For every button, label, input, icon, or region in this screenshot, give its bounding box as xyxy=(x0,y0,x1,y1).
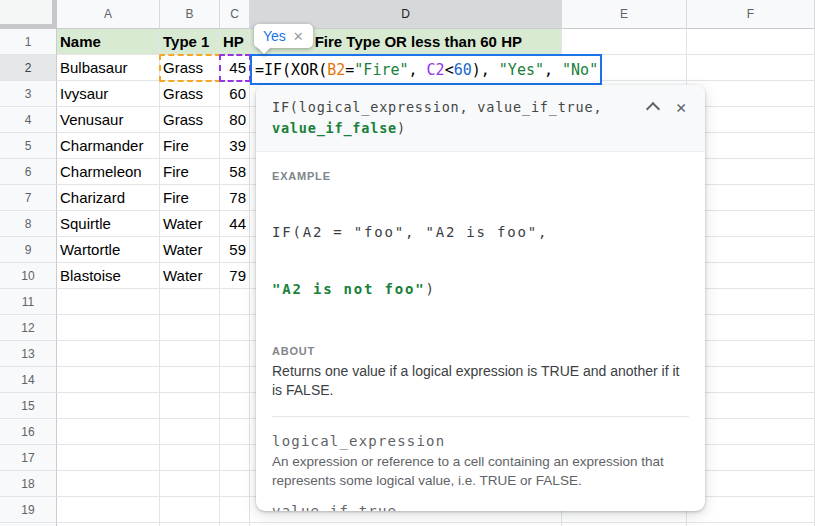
row-header-6[interactable]: 6 xyxy=(0,159,57,185)
row-header-9[interactable]: 9 xyxy=(0,237,57,263)
cell-B5[interactable]: Fire xyxy=(160,133,220,159)
cell-A19[interactable] xyxy=(57,497,160,523)
cell-F15[interactable] xyxy=(687,393,815,419)
row-header-1[interactable]: 1 xyxy=(0,29,57,55)
row-header-3[interactable]: 3 xyxy=(0,81,57,107)
cell-E1[interactable] xyxy=(562,29,687,55)
cell-A4[interactable]: Venusaur xyxy=(57,107,160,133)
row-header-8[interactable]: 8 xyxy=(0,211,57,237)
cell-A8[interactable]: Squirtle xyxy=(57,211,160,237)
cell-B9[interactable]: Water xyxy=(160,237,220,263)
cell-F12[interactable] xyxy=(687,315,815,341)
row-header-13[interactable]: 13 xyxy=(0,341,57,367)
cell-B14[interactable] xyxy=(160,367,220,393)
cell-F19[interactable] xyxy=(687,497,815,523)
cell-F5[interactable] xyxy=(687,133,815,159)
row-header-15[interactable]: 15 xyxy=(0,393,57,419)
cell-C19[interactable] xyxy=(220,497,250,523)
row-header-7[interactable]: 7 xyxy=(0,185,57,211)
cell-B7[interactable]: Fire xyxy=(160,185,220,211)
cell-A1[interactable]: Name xyxy=(57,29,160,55)
cell-F7[interactable] xyxy=(687,185,815,211)
cell-B19[interactable] xyxy=(160,497,220,523)
cell-C9[interactable]: 59 xyxy=(220,237,250,263)
cell-F11[interactable] xyxy=(687,289,815,315)
row-header-11[interactable]: 11 xyxy=(0,289,57,315)
cell-A14[interactable] xyxy=(57,367,160,393)
collapse-icon[interactable] xyxy=(646,102,660,116)
cell-A15[interactable] xyxy=(57,393,160,419)
cell-A13[interactable] xyxy=(57,341,160,367)
cell-A6[interactable]: Charmeleon xyxy=(57,159,160,185)
cell-C5[interactable]: 39 xyxy=(220,133,250,159)
cell-B6[interactable]: Fire xyxy=(160,159,220,185)
cell-C14[interactable] xyxy=(220,367,250,393)
cell-C15[interactable] xyxy=(220,393,250,419)
cell-A18[interactable] xyxy=(57,471,160,497)
row-header-17[interactable]: 17 xyxy=(0,445,57,471)
cell-B3[interactable]: Grass xyxy=(160,81,220,107)
cell-C8[interactable]: 44 xyxy=(220,211,250,237)
cell-B13[interactable] xyxy=(160,341,220,367)
column-header-C[interactable]: C xyxy=(220,0,250,29)
row-header-2[interactable]: 2 xyxy=(0,55,57,81)
cell-A17[interactable] xyxy=(57,445,160,471)
close-icon[interactable]: ✕ xyxy=(676,99,687,116)
cell-B15[interactable] xyxy=(160,393,220,419)
cell-C13[interactable] xyxy=(220,341,250,367)
cell-C7[interactable]: 78 xyxy=(220,185,250,211)
cell-F13[interactable] xyxy=(687,341,815,367)
cell-A3[interactable]: Ivysaur xyxy=(57,81,160,107)
cell-F6[interactable] xyxy=(687,159,815,185)
cell-B1[interactable]: Type 1 xyxy=(160,29,220,55)
cell-F18[interactable] xyxy=(687,471,815,497)
column-header-A[interactable]: A xyxy=(57,0,160,29)
cell-B4[interactable]: Grass xyxy=(160,107,220,133)
formula-result-chip[interactable]: Yes ✕ xyxy=(254,24,313,48)
cell-F16[interactable] xyxy=(687,419,815,445)
cell-C4[interactable]: 80 xyxy=(220,107,250,133)
column-header-F[interactable]: F xyxy=(687,0,815,29)
row-header-19[interactable]: 19 xyxy=(0,497,57,523)
cell-A10[interactable]: Blastoise xyxy=(57,263,160,289)
column-header-B[interactable]: B xyxy=(160,0,220,29)
cell-F10[interactable] xyxy=(687,263,815,289)
cell-B16[interactable] xyxy=(160,419,220,445)
row-header-10[interactable]: 10 xyxy=(0,263,57,289)
chip-close-icon[interactable]: ✕ xyxy=(293,30,304,43)
column-header-E[interactable]: E xyxy=(562,0,687,29)
cell-F17[interactable] xyxy=(687,445,815,471)
cell-F3[interactable] xyxy=(687,81,815,107)
cell-C1[interactable]: HP xyxy=(220,29,250,55)
cell-C6[interactable]: 58 xyxy=(220,159,250,185)
row-header-5[interactable]: 5 xyxy=(0,133,57,159)
cell-A2[interactable]: Bulbasaur xyxy=(57,55,160,81)
cell-B10[interactable]: Water xyxy=(160,263,220,289)
formula-cell-editor[interactable]: =IF(XOR(B2="Fire", C2<60), "Yes", "No" xyxy=(250,54,602,85)
cell-F8[interactable] xyxy=(687,211,815,237)
cell-B8[interactable]: Water xyxy=(160,211,220,237)
cell-C2[interactable]: 45 xyxy=(220,55,250,81)
row-header-16[interactable]: 16 xyxy=(0,419,57,445)
cell-F1[interactable] xyxy=(687,29,815,55)
cell-B12[interactable] xyxy=(160,315,220,341)
cell-C16[interactable] xyxy=(220,419,250,445)
cell-B17[interactable] xyxy=(160,445,220,471)
cell-C12[interactable] xyxy=(220,315,250,341)
row-header-4[interactable]: 4 xyxy=(0,107,57,133)
row-header-12[interactable]: 12 xyxy=(0,315,57,341)
select-all-corner[interactable] xyxy=(0,0,57,29)
cell-F14[interactable] xyxy=(687,367,815,393)
cell-A11[interactable] xyxy=(57,289,160,315)
cell-A16[interactable] xyxy=(57,419,160,445)
cell-B2[interactable]: Grass xyxy=(160,55,220,81)
cell-C18[interactable] xyxy=(220,471,250,497)
cell-A5[interactable]: Charmander xyxy=(57,133,160,159)
cell-A12[interactable] xyxy=(57,315,160,341)
cell-C17[interactable] xyxy=(220,445,250,471)
cell-F2[interactable] xyxy=(687,55,815,81)
cell-A9[interactable]: Wartortle xyxy=(57,237,160,263)
cell-B18[interactable] xyxy=(160,471,220,497)
cell-F9[interactable] xyxy=(687,237,815,263)
cell-F4[interactable] xyxy=(687,107,815,133)
